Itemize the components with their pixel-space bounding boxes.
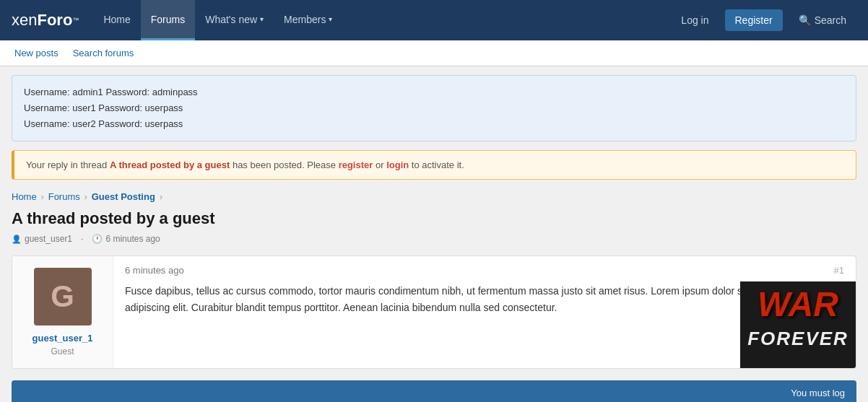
post-body: 6 minutes ago #1 Fusce dapibus, tellus a… xyxy=(113,256,856,368)
alert-login-link[interactable]: login xyxy=(386,160,409,170)
alert-prefix: Your reply in thread xyxy=(26,160,107,170)
post-author-name[interactable]: guest_user_1 xyxy=(32,333,93,344)
post-time: 6 minutes ago xyxy=(125,265,184,276)
ad-forever-text: FOREVER xyxy=(740,328,856,350)
credential-line-2: Username: user1 Password: userpass xyxy=(24,100,844,116)
breadcrumb: Home › Forums › Guest Posting › xyxy=(12,191,856,202)
post-header: 6 minutes ago #1 xyxy=(125,265,844,276)
search-forums-link[interactable]: Search forums xyxy=(67,43,140,63)
thread-author-name[interactable]: guest_user1 xyxy=(25,234,72,244)
search-icon: 🔍 xyxy=(799,14,811,26)
ad-war-text: WAR xyxy=(740,281,856,328)
nav-forums[interactable]: Forums xyxy=(141,0,195,40)
nav-members[interactable]: Members ▾ xyxy=(274,0,342,40)
thread-meta-sep: · xyxy=(81,234,83,244)
nav-whats-new[interactable]: What's new ▾ xyxy=(195,0,274,40)
breadcrumb-home[interactable]: Home xyxy=(12,191,37,202)
thread-time: 🕐 6 minutes ago xyxy=(92,234,160,244)
avatar: G xyxy=(34,268,92,325)
alert-middle: has been posted. Please xyxy=(233,160,336,170)
post-number: #1 xyxy=(834,265,844,276)
header-right: Log in Register 🔍 Search xyxy=(671,9,856,31)
search-button[interactable]: 🔍 Search xyxy=(789,9,856,31)
register-button[interactable]: Register xyxy=(725,9,783,31)
logo-prefix: xen xyxy=(12,11,37,30)
main-content: Username: admin1 Password: adminpass Use… xyxy=(0,66,868,402)
site-logo[interactable]: xenForo™ xyxy=(12,11,79,30)
thread-meta: 👤 guest_user1 · 🕐 6 minutes ago xyxy=(12,234,856,244)
alert-register-link[interactable]: register xyxy=(339,160,373,170)
breadcrumb-sep-3: › xyxy=(160,192,162,202)
post-container: G guest_user_1 Guest 6 minutes ago #1 Fu… xyxy=(12,255,856,369)
post-text: Fusce dapibus, tellus ac cursus commodo,… xyxy=(125,283,844,315)
login-button[interactable]: Log in xyxy=(671,9,719,31)
members-chevron-icon: ▾ xyxy=(329,15,332,23)
sub-nav: New posts Search forums xyxy=(0,40,868,66)
main-nav: Home Forums What's new ▾ Members ▾ xyxy=(93,0,342,40)
thread-time-value: 6 minutes ago xyxy=(105,234,160,244)
post-author-sidebar: G guest_user_1 Guest xyxy=(12,256,113,368)
alert-suffix: to activate it. xyxy=(412,160,464,170)
credential-line-1: Username: admin1 Password: adminpass xyxy=(24,84,844,100)
breadcrumb-forums[interactable]: Forums xyxy=(48,191,80,202)
credentials-info-box: Username: admin1 Password: adminpass Use… xyxy=(12,75,856,141)
alert-or: or xyxy=(376,160,384,170)
credential-line-3: Username: user2 Password: userpass xyxy=(24,116,844,132)
header-left: xenForo™ Home Forums What's new ▾ Member… xyxy=(12,0,342,40)
nav-home[interactable]: Home xyxy=(93,0,140,40)
breadcrumb-current: Guest Posting xyxy=(92,191,155,202)
logo-trademark: ™ xyxy=(72,17,79,24)
alert-thread-link[interactable]: A thread posted by a guest xyxy=(110,160,230,170)
must-log-bar: You must log xyxy=(12,380,856,402)
user-icon: 👤 xyxy=(12,235,22,244)
logo-brand: Foro xyxy=(37,11,72,30)
new-posts-link[interactable]: New posts xyxy=(9,43,64,63)
breadcrumb-sep-1: › xyxy=(41,192,44,202)
thread-author: 👤 guest_user1 xyxy=(12,234,72,244)
alert-box: Your reply in thread A thread posted by … xyxy=(12,150,856,180)
clock-icon: 🕐 xyxy=(92,234,103,244)
site-header: xenForo™ Home Forums What's new ▾ Member… xyxy=(0,0,868,40)
breadcrumb-sep-2: › xyxy=(84,192,87,202)
whats-new-chevron-icon: ▾ xyxy=(260,15,264,23)
ad-banner: WAR FOREVER xyxy=(740,281,856,368)
post-author-role: Guest xyxy=(51,346,74,357)
thread-title: A thread posted by a guest xyxy=(12,209,856,228)
